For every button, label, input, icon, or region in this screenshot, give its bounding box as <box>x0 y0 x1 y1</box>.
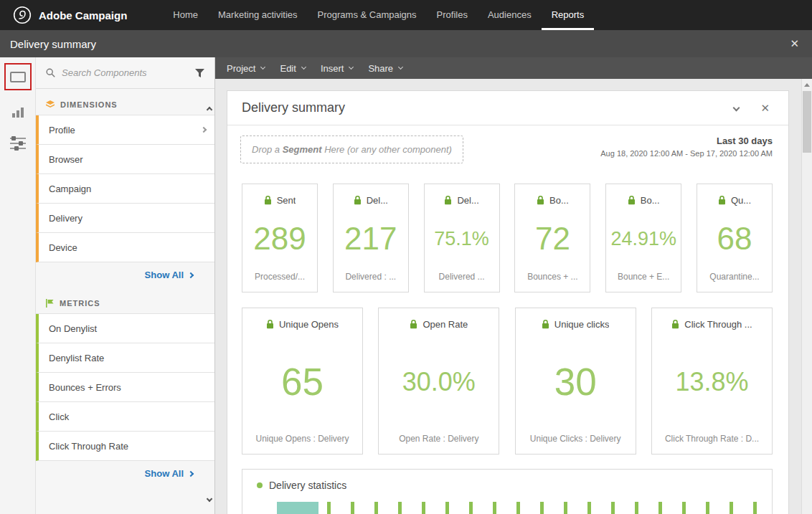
chevron-right-icon <box>188 470 194 476</box>
scrollbar-up-arrow[interactable] <box>804 83 810 87</box>
nav-item-audiences[interactable]: Audiences <box>478 0 542 30</box>
kpi-card-title: Unique clicks <box>554 319 610 330</box>
kpi-card-value: 75.1% <box>434 229 489 249</box>
sidebar-item-campaign[interactable]: Campaign <box>36 174 214 204</box>
delivery-summary-panel: Delivery summary ✕ Drop a Segment Here (… <box>227 90 789 514</box>
metrics-show-all-link[interactable]: Show All <box>36 461 214 479</box>
settings-sliders-button[interactable] <box>10 138 26 149</box>
period-selector: Last 30 days Aug 18, 2020 12:00 AM - Sep… <box>600 135 773 158</box>
lock-icon <box>542 320 549 329</box>
period-range: Aug 18, 2020 12:00 AM - Sep 17, 2020 12:… <box>600 149 773 158</box>
kpi-card-title-row: Unique clicks <box>542 319 610 330</box>
sidebar-item-label: Click <box>49 411 69 422</box>
collapse-panel-icon[interactable] <box>733 105 740 112</box>
kpi-card-click-through-rate[interactable]: Click Through ... 13.8% Click Through Ra… <box>651 308 773 454</box>
lock-icon <box>410 320 417 329</box>
menu-label: Edit <box>280 63 296 74</box>
page-title: Delivery summary <box>10 38 96 50</box>
chart-types-button[interactable] <box>12 108 24 118</box>
brand-name: Adobe Campaign <box>39 9 127 22</box>
scrollbar-thumb[interactable] <box>803 91 811 153</box>
menu-label: Insert <box>321 63 344 74</box>
menu-share[interactable]: Share <box>365 63 415 74</box>
kpi-card-bounces[interactable]: Bo... 72 Bounces + ... <box>514 184 590 292</box>
components-panel-button[interactable] <box>4 63 32 90</box>
chevron-right-icon <box>201 127 207 133</box>
sidebar-item-label: Click Through Rate <box>49 441 128 452</box>
sidebar-item-click[interactable]: Click <box>36 402 214 432</box>
kpi-card-subtitle: Click Through Rate : D... <box>665 434 759 444</box>
kpi-card-title-row: Bo... <box>628 195 660 206</box>
nav-item-programs-campaigns[interactable]: Programs & Campaigns <box>308 0 427 30</box>
kpi-card-title: Open Rate <box>422 319 468 330</box>
chevron-down-icon <box>260 65 265 70</box>
lock-icon <box>264 196 272 205</box>
menu-insert[interactable]: Insert <box>318 63 366 74</box>
show-all-label: Show All <box>145 270 184 280</box>
kpi-card-unique-clicks[interactable]: Unique clicks 30 Unique Clicks : Deliver… <box>515 308 636 454</box>
sidebar-item-device[interactable]: Device <box>36 233 214 262</box>
search-input[interactable] <box>62 67 189 78</box>
filter-funnel-icon[interactable] <box>195 69 204 77</box>
sidebar-item-profile[interactable]: Profile <box>36 115 214 145</box>
kpi-card-subtitle: Bounce + E... <box>618 272 669 282</box>
dimensions-header-label: DIMENSIONS <box>60 100 118 109</box>
kpi-card-title-row: Unique Opens <box>266 319 339 330</box>
sidebar-item-click-through-rate[interactable]: Click Through Rate <box>36 432 214 461</box>
title-bar: Delivery summary ✕ <box>0 30 812 57</box>
chart-bars <box>327 502 765 514</box>
vertical-scrollbar[interactable] <box>801 79 812 514</box>
metrics-icon <box>46 299 54 308</box>
lock-icon <box>718 196 726 205</box>
kpi-card-delivered[interactable]: Del... 217 Delivered : ... <box>333 184 409 292</box>
nav-item-home[interactable]: Home <box>163 0 208 30</box>
nav-item-marketing-activities[interactable]: Marketing activities <box>208 0 308 30</box>
sidebar-scroll-down-arrow[interactable] <box>207 491 212 504</box>
lock-icon <box>444 196 452 205</box>
report-toolbar: Project Edit Insert Share <box>215 57 812 79</box>
panel-subheader: Drop a Segment Here (or any other compon… <box>227 125 788 171</box>
search-row <box>36 57 214 89</box>
chevron-right-icon <box>188 272 194 277</box>
kpi-card-title: Click Through ... <box>684 319 752 330</box>
top-nav: Adobe Campaign Home Marketing activities… <box>0 0 812 30</box>
dimensions-list: Profile Browser Campaign Delivery Device <box>36 115 214 262</box>
nav-item-reports[interactable]: Reports <box>542 0 595 30</box>
search-icon <box>46 68 55 77</box>
menu-project[interactable]: Project <box>224 63 277 74</box>
nav-item-profiles[interactable]: Profiles <box>427 0 478 30</box>
sidebar-item-browser[interactable]: Browser <box>36 145 214 174</box>
menu-edit[interactable]: Edit <box>277 63 317 74</box>
kpi-card-title-row: Open Rate <box>410 319 468 330</box>
kpi-card-title: Unique Opens <box>279 319 339 330</box>
dimensions-show-all-link[interactable]: Show All <box>36 262 214 280</box>
sidebar-item-delivery[interactable]: Delivery <box>36 204 214 233</box>
panel-icon <box>10 72 26 82</box>
kpi-card-quarantine[interactable]: Qu... 68 Quarantine... <box>697 184 773 292</box>
kpi-card-sent[interactable]: Sent 289 Processed/... <box>242 184 318 292</box>
sidebar-item-bounces-errors[interactable]: Bounces + Errors <box>36 373 214 402</box>
sidebar-scroll-up-arrow[interactable] <box>207 102 212 115</box>
kpi-card-delivered-rate[interactable]: Del... 75.1% Delivered ... <box>424 184 500 292</box>
close-panel-icon[interactable]: ✕ <box>757 102 773 115</box>
sidebar-item-denylist-rate[interactable]: Denylist Rate <box>36 343 214 373</box>
kpi-card-title-row: Click Through ... <box>671 319 752 330</box>
menu-label: Share <box>368 63 393 74</box>
kpi-card-bounce-rate[interactable]: Bo... 24.91% Bounce + E... <box>605 184 681 292</box>
kpi-card-title: Bo... <box>549 195 569 206</box>
kpi-card-unique-opens[interactable]: Unique Opens 65 Unique Opens : Delivery <box>242 308 363 454</box>
delivery-statistics-panel[interactable]: Delivery statistics <box>242 469 773 514</box>
panel-title: Delivery summary <box>242 100 345 115</box>
kpi-card-value: 289 <box>253 223 306 254</box>
chart-swatch <box>277 502 318 514</box>
kpi-card-title-row: Bo... <box>537 195 569 206</box>
kpi-card-value: 217 <box>344 223 397 254</box>
kpi-card-subtitle: Quarantine... <box>709 272 759 282</box>
kpi-card-title-row: Sent <box>264 195 296 206</box>
dropzone-text: Here (or any other component) <box>322 144 452 155</box>
show-all-label: Show All <box>145 468 184 479</box>
close-report-icon[interactable]: ✕ <box>787 37 802 50</box>
sidebar-item-on-denylist[interactable]: On Denylist <box>36 314 214 343</box>
segment-dropzone[interactable]: Drop a Segment Here (or any other compon… <box>240 135 463 163</box>
kpi-card-open-rate[interactable]: Open Rate 30.0% Open Rate : Delivery <box>378 308 499 454</box>
